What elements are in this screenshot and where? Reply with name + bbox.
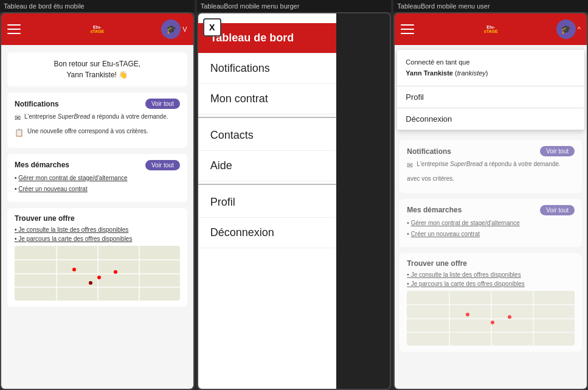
- phone3-avatar[interactable]: 🎓: [556, 19, 576, 39]
- menu-item-notifications[interactable]: Notifications: [198, 54, 336, 84]
- phone3-demarche-2: Créer un nouveau contrat: [407, 230, 575, 239]
- phone3-offre-link-1[interactable]: Je consulte la liste des offres disponib…: [407, 271, 575, 278]
- phone3-demarches-title: Mes démarches: [407, 206, 462, 214]
- notif-item-2: 📋 Une nouvelle offre correspond à vos cr…: [15, 127, 180, 138]
- phone3-trouver-title: Trouver une offre: [407, 259, 575, 268]
- map-pin-2: [97, 276, 101, 279]
- avatar[interactable]: 🎓: [161, 19, 181, 39]
- phone3-notif-header: Notifications Voir tout: [407, 146, 575, 156]
- welcome-box: Bon retour sur Etu-sTAGE, Yann Trankiste…: [7, 52, 187, 86]
- demarche-link-1[interactable]: Gérer mon contrat de stage/d'alternance: [18, 175, 127, 181]
- avatar-area[interactable]: 🎓 V: [161, 19, 187, 39]
- phone3-trouver-card: Trouver une offre Je consulte la liste d…: [399, 253, 582, 352]
- panel2-wrapper: TableauBord mobile menu burger X Tableau…: [197, 0, 392, 390]
- phone3-demarches-voir-tout[interactable]: Voir tout: [540, 205, 575, 215]
- burger-line2: [401, 29, 414, 30]
- dropdown-profil[interactable]: Profil: [397, 86, 584, 108]
- panel1-wrapper: Tableau de bord étu mobile Etu- sTAGE 🎓 …: [0, 0, 195, 390]
- phone3-notif-item-1: ✉ L'entreprise SuperBread a répondu à vo…: [407, 160, 575, 171]
- burger-menu-button[interactable]: [7, 24, 21, 34]
- connected-as-text: Connecté en tant que: [406, 57, 576, 68]
- user-dropdown: Connecté en tant que Yann Trankiste (tra…: [397, 50, 584, 130]
- welcome-line1: Bon retour sur Etu-sTAGE,: [15, 58, 180, 69]
- phone3-demarche-link-2[interactable]: Créer un nouveau contrat: [411, 231, 480, 237]
- phone1: Etu- sTAGE 🎓 V Bon retour sur Etu-sTAGE,…: [0, 12, 195, 390]
- burger-line1: [401, 24, 414, 26]
- panel1-label: Tableau de bord étu mobile: [0, 0, 195, 12]
- phone3-demarche-link-1[interactable]: Gérer mon contrat de stage/d'alternance: [411, 220, 520, 226]
- offre-link-1[interactable]: Je consulte la liste des offres disponib…: [15, 226, 180, 233]
- phone3-demarches-header: Mes démarches Voir tout: [407, 205, 575, 215]
- phone3-header-logo: Etu- sTAGE: [484, 25, 498, 33]
- demarches-header: Mes démarches Voir tout: [15, 160, 180, 170]
- notif-text-1: L'entreprise SuperBread a répondu à votr…: [24, 113, 168, 121]
- panel3-label: TableauBord mobile menu user: [393, 0, 588, 12]
- phone3-bg-content: Notifications Voir tout ✉ L'entreprise S…: [395, 135, 587, 363]
- menu-item-contacts[interactable]: Contacts: [198, 120, 336, 151]
- burger-line1: [7, 24, 21, 26]
- map-placeholder: [15, 246, 180, 301]
- phone3-notif-voir-tout[interactable]: Voir tout: [540, 146, 575, 156]
- phone3-avatar-label: ^: [578, 26, 581, 33]
- phone3: Etu- sTAGE 🎓 ^ Connecté en tant que Yann…: [393, 12, 588, 390]
- phone3-notif-icon-1: ✉: [407, 161, 413, 171]
- demarche-item-2: Créer un nouveau contrat: [15, 185, 180, 193]
- trouver-title: Trouver une offre: [15, 214, 180, 223]
- header-logo: Etu- sTAGE: [90, 25, 104, 33]
- demarches-title: Mes démarches: [15, 161, 69, 169]
- menu-item-contrat[interactable]: Mon contrat: [198, 84, 336, 114]
- notifications-header: Notifications Voir tout: [15, 99, 180, 109]
- avatar-label: V: [182, 26, 187, 33]
- user-login: trankistey: [457, 69, 486, 77]
- phone3-map-pin-1: [466, 313, 469, 316]
- phone3-burger-button[interactable]: [401, 24, 414, 34]
- phone1-header: Etu- sTAGE 🎓 V: [1, 13, 193, 45]
- phone3-header: Etu- sTAGE 🎓 ^: [395, 13, 587, 45]
- phone3-avatar-icon: 🎓: [561, 24, 571, 34]
- notif-text-2: Une nouvelle offre correspond à vos crit…: [27, 127, 148, 136]
- phone3-notif-item-2: avec vos critères.: [407, 175, 575, 183]
- burger-line2: [7, 29, 21, 30]
- notifications-title: Notifications: [15, 100, 59, 108]
- phone3-map: [407, 291, 575, 346]
- notifications-voir-tout[interactable]: Voir tout: [145, 99, 180, 109]
- phone3-map-grid: [407, 291, 575, 346]
- logo-etu: Etu-: [93, 25, 102, 29]
- phone3-notif-text-1: L'entreprise SuperBread a répondu à votr…: [417, 160, 561, 169]
- notifications-card: Notifications Voir tout ✉ L'entreprise S…: [7, 92, 187, 148]
- phone2: X Tableau de bord Notifications Mon cont…: [197, 12, 392, 390]
- demarche-link-2[interactable]: Créer un nouveau contrat: [18, 186, 87, 192]
- trouver-card: Trouver une offre Je consulte la liste d…: [7, 208, 187, 307]
- user-full-info: Yann Trankiste (trankistey): [406, 68, 576, 79]
- menu-item-profil[interactable]: Profil: [198, 187, 336, 218]
- menu-overlay-right[interactable]: [336, 13, 390, 389]
- burger-menu-panel: X Tableau de bord Notifications Mon cont…: [198, 13, 336, 389]
- close-button[interactable]: X: [203, 18, 221, 37]
- menu-item-deconnexion[interactable]: Déconnexion: [198, 218, 336, 248]
- offre-link-2[interactable]: Je parcours la carte des offres disponib…: [15, 235, 180, 242]
- notif-icon-1: ✉: [15, 113, 21, 124]
- map-pin-1: [72, 268, 76, 271]
- phone3-avatar-area[interactable]: 🎓 ^: [556, 19, 581, 39]
- map-grid: [15, 246, 180, 301]
- phone3-demarche-1: Gérer mon contrat de stage/d'alternance: [407, 219, 575, 228]
- notif-item-1: ✉ L'entreprise SuperBread a répondu à vo…: [15, 113, 180, 124]
- logo-stage: sTAGE: [90, 29, 104, 33]
- demarches-card: Mes démarches Voir tout Gérer mon contra…: [7, 154, 187, 202]
- user-name: Yann Trankiste: [406, 69, 453, 77]
- demarches-voir-tout[interactable]: Voir tout: [145, 160, 180, 170]
- logo-stage-3: sTAGE: [484, 29, 498, 33]
- avatar-icon: 🎓: [166, 24, 176, 34]
- demarche-item-1: Gérer mon contrat de stage/d'alternance: [15, 174, 180, 183]
- burger-line3: [401, 33, 414, 34]
- burger-line3: [7, 33, 21, 34]
- menu-item-aide[interactable]: Aide: [198, 151, 336, 181]
- dropdown-deconnexion[interactable]: Déconnexion: [397, 108, 584, 130]
- user-dropdown-header: Connecté en tant que Yann Trankiste (tra…: [397, 50, 584, 86]
- welcome-line2: Yann Trankiste! 👋: [15, 69, 180, 80]
- phone1-content: Bon retour sur Etu-sTAGE, Yann Trankiste…: [1, 45, 193, 389]
- menu-list: Tableau de bord Notifications Mon contra…: [198, 23, 336, 248]
- phone3-notif-text-2: avec vos critères.: [407, 175, 454, 183]
- phone3-offre-link-2[interactable]: Je parcours la carte des offres disponib…: [407, 280, 575, 287]
- panel3-wrapper: TableauBord mobile menu user Etu- sTAGE …: [393, 0, 588, 390]
